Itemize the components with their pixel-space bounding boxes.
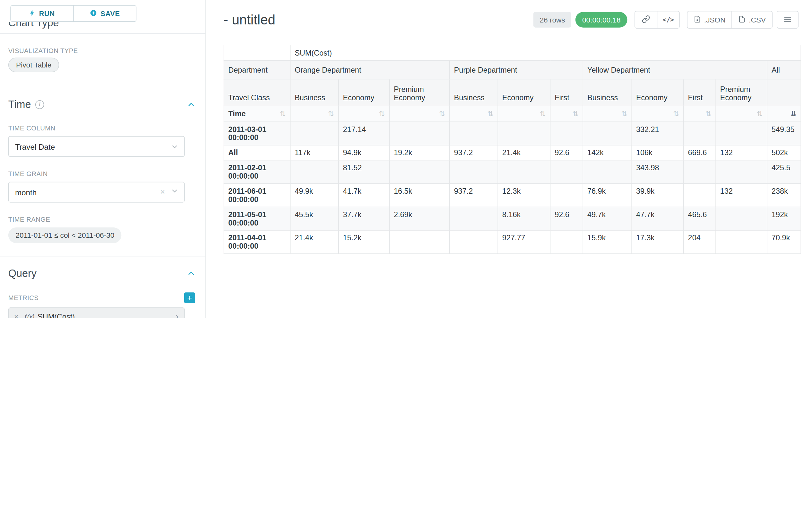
travel-class-header: First <box>550 79 583 105</box>
file-icon <box>738 16 746 24</box>
run-button-label: RUN <box>39 10 55 17</box>
sort-desc-active-icon[interactable]: ⇊ <box>790 110 796 117</box>
sort-icon[interactable]: ⇅ <box>573 110 579 117</box>
divider <box>0 88 205 88</box>
clear-icon[interactable]: × <box>160 188 165 197</box>
metric-header-cell: SUM(Cost) <box>290 45 801 60</box>
column-sort-header[interactable]: ⇅ <box>498 105 550 122</box>
export-csv-label: .CSV <box>749 16 766 24</box>
value-cell: 70.9k <box>767 230 801 254</box>
sort-icon[interactable]: ⇅ <box>673 110 679 117</box>
info-icon: i <box>35 100 44 109</box>
sort-icon[interactable]: ⇅ <box>487 110 493 117</box>
chart-header: - untitled 26 rows 00:00:00.18 </> <box>224 10 799 29</box>
value-cell <box>498 122 550 145</box>
column-sort-header[interactable]: ⇅ <box>290 105 338 122</box>
value-cell: 132 <box>716 145 767 160</box>
sort-icon[interactable]: ⇅ <box>621 110 627 117</box>
add-metric-button[interactable]: + <box>184 292 195 303</box>
sort-icon[interactable]: ⇅ <box>540 110 546 117</box>
time-grain-label: TIME GRAIN <box>8 170 205 178</box>
row-label-cell: 2011-03-01 00:00:00 <box>224 122 290 145</box>
value-cell <box>716 230 767 254</box>
value-cell <box>684 184 716 207</box>
value-cell <box>583 122 632 145</box>
column-sort-header[interactable]: ⇅ <box>339 105 389 122</box>
collapse-chevron-up-icon[interactable] <box>187 101 195 108</box>
value-cell: 21.4k <box>290 230 338 254</box>
column-sort-header[interactable]: ⇅ <box>583 105 632 122</box>
department-dimension-cell: Department <box>224 60 290 79</box>
more-options-button[interactable] <box>777 11 799 29</box>
value-cell: 81.52 <box>339 160 389 184</box>
value-cell: 12.3k <box>498 184 550 207</box>
value-cell: 106k <box>632 145 684 160</box>
file-download-icon <box>694 16 701 24</box>
explore-app: RUN SAVE Chart Type VISUALIZATION TYPE P… <box>0 0 812 318</box>
value-cell <box>583 160 632 184</box>
pivot-row: 2011-04-01 00:00:0021.4k15.2k927.7715.9k… <box>224 230 801 254</box>
metric-item[interactable]: × ƒ(x) SUM(Cost) › <box>8 307 185 318</box>
sort-icon[interactable]: ⇅ <box>280 110 286 117</box>
column-sort-header[interactable]: ⇅ <box>716 105 767 122</box>
value-cell: 2.69k <box>389 207 450 230</box>
column-sort-header[interactable]: ⇅ <box>632 105 684 122</box>
export-button-group: .JSON .CSV <box>687 11 773 29</box>
value-cell <box>716 122 767 145</box>
time-sort-header[interactable]: Time⇅ <box>224 105 290 122</box>
value-cell <box>290 122 338 145</box>
run-button[interactable]: RUN <box>10 5 74 22</box>
control-panel-sidebar: RUN SAVE Chart Type VISUALIZATION TYPE P… <box>0 0 206 318</box>
travel-class-header: Premium Economy <box>389 79 450 105</box>
chart-panel: - untitled 26 rows 00:00:00.18 </> <box>206 0 812 318</box>
time-section-header: Time i <box>8 98 195 111</box>
value-cell <box>450 207 498 230</box>
travel-class-header: Business <box>583 79 632 105</box>
value-cell: 15.2k <box>339 230 389 254</box>
embed-code-button[interactable]: </> <box>657 11 680 29</box>
value-cell: 465.6 <box>684 207 716 230</box>
time-column-select[interactable]: Travel Date <box>8 136 185 157</box>
column-sort-header[interactable]: ⇅ <box>389 105 450 122</box>
sort-icon[interactable]: ⇅ <box>439 110 445 117</box>
sort-icon[interactable]: ⇅ <box>705 110 711 117</box>
value-cell: 45.5k <box>290 207 338 230</box>
department-group-header: Yellow Department <box>583 60 767 79</box>
value-cell: 117k <box>290 145 338 160</box>
value-cell: 19.2k <box>389 145 450 160</box>
value-cell: 502k <box>767 145 801 160</box>
visualization-type-pill[interactable]: Pivot Table <box>8 57 59 72</box>
column-sort-header[interactable]: ⇊ <box>767 105 801 122</box>
value-cell: 669.6 <box>684 145 716 160</box>
save-button[interactable]: SAVE <box>73 5 137 22</box>
value-cell: 92.6 <box>550 145 583 160</box>
copy-link-button[interactable] <box>635 11 657 29</box>
sort-icon[interactable]: ⇅ <box>756 110 762 117</box>
column-sort-header[interactable]: ⇅ <box>550 105 583 122</box>
travel-class-header: Economy <box>632 79 684 105</box>
travel-class-header <box>767 79 801 105</box>
share-button-group: </> <box>635 11 680 29</box>
remove-metric-icon[interactable]: × <box>9 312 24 318</box>
value-cell <box>450 230 498 254</box>
function-icon: ƒ(x) <box>24 313 34 318</box>
sort-icon[interactable]: ⇅ <box>328 110 334 117</box>
time-grain-select[interactable]: month × <box>8 182 185 203</box>
metric-item-label: SUM(Cost) <box>37 312 75 318</box>
pivot-table-container: SUM(Cost)DepartmentOrange DepartmentPurp… <box>224 45 799 254</box>
caret-right-icon[interactable]: › <box>170 311 184 318</box>
column-sort-header[interactable]: ⇅ <box>684 105 716 122</box>
export-json-button[interactable]: .JSON <box>687 11 732 29</box>
metrics-label: METRICS <box>8 294 38 302</box>
time-column-value: Travel Date <box>15 142 55 151</box>
query-section-title: Query <box>8 267 37 279</box>
collapse-chevron-up-icon[interactable] <box>187 269 195 277</box>
time-column-label: TIME COLUMN <box>8 125 205 132</box>
value-cell <box>716 207 767 230</box>
value-cell <box>389 160 450 184</box>
value-cell: 425.5 <box>767 160 801 184</box>
time-range-pill[interactable]: 2011-01-01 ≤ col < 2011-06-30 <box>8 227 122 243</box>
export-csv-button[interactable]: .CSV <box>732 11 773 29</box>
column-sort-header[interactable]: ⇅ <box>450 105 498 122</box>
sort-icon[interactable]: ⇅ <box>379 110 385 117</box>
